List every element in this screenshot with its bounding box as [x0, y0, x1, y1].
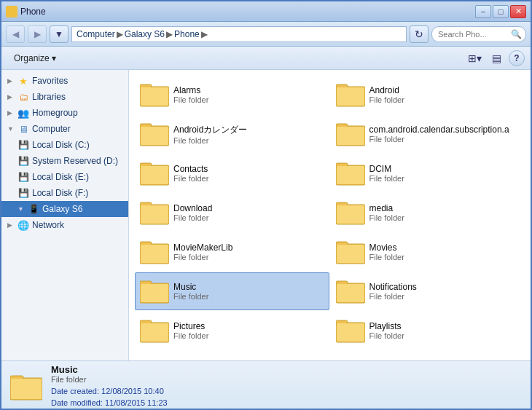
file-name: Contacts [173, 164, 324, 174]
sidebar-item-galaxy-s6[interactable]: ▼ 📱 Galaxy S6 [1, 201, 128, 217]
file-type: File folder [173, 174, 324, 183]
back-button[interactable]: ◀ [6, 25, 25, 43]
disk-icon: 💾 [17, 155, 29, 167]
view-button[interactable]: ⊞ ▾ [465, 50, 484, 66]
file-name: Playlists [369, 321, 520, 331]
file-info: DownloadFile folder [173, 203, 324, 222]
folder-icon [336, 278, 365, 304]
sidebar-item-libraries[interactable]: ▶ 🗂 Libraries [1, 89, 128, 105]
file-item[interactable]: NotificationsFile folder [331, 272, 525, 310]
maximize-button[interactable]: □ [493, 5, 509, 18]
organize-button[interactable]: Organize ▾ [7, 50, 63, 66]
address-bar: ◀ ▶ ▼ Computer ▶ Galaxy S6 ▶ Phone ▶ ↻ 🔍 [1, 22, 531, 47]
date-created-label: Date created: [51, 387, 99, 395]
file-type: File folder [369, 213, 520, 222]
sidebar-item-computer[interactable]: ▼ 🖥 Computer [1, 121, 128, 137]
file-name: com.android.calendar.subscription.a [369, 125, 520, 135]
path-galaxy[interactable]: Galaxy S6 [125, 29, 165, 39]
file-info: MusicFile folder [173, 282, 324, 301]
address-path[interactable]: Computer ▶ Galaxy S6 ▶ Phone ▶ [71, 26, 407, 42]
sidebar-item-homegroup[interactable]: ▶ 👥 Homegroup [1, 105, 128, 121]
file-item[interactable]: PlaylistsFile folder [331, 312, 525, 350]
file-info: com.android.calendar.subscription.aFile … [369, 125, 520, 143]
sidebar-item-local-c[interactable]: 💾 Local Disk (C:) [1, 137, 128, 153]
layout-button[interactable]: ▤ [487, 50, 506, 66]
file-name: Notifications [369, 282, 520, 292]
disk-icon: 💾 [17, 139, 29, 151]
file-item[interactable]: DCIMFile folder [331, 154, 525, 192]
sidebar-label: Homegroup [32, 108, 78, 118]
file-info: DCIMFile folder [369, 164, 520, 183]
status-dates: Date created: 12/08/2015 10:40 Date modi… [51, 385, 522, 409]
refresh-button[interactable]: ↻ [410, 25, 429, 43]
chevron-icon: ▶ [7, 77, 15, 84]
file-type: File folder [173, 136, 324, 145]
close-button[interactable]: ✕ [510, 5, 526, 18]
svg-rect-26 [141, 245, 168, 263]
status-folder-icon [10, 372, 42, 401]
folder-icon [140, 200, 169, 226]
file-name: Androidカレンダー [173, 124, 324, 136]
file-pane-scroll[interactable]: AlarmsFile folder AndroidFile folder And… [129, 70, 531, 360]
file-item[interactable]: MoviesFile folder [331, 233, 525, 271]
svg-rect-17 [337, 166, 364, 184]
dropdown-button[interactable]: ▼ [50, 25, 69, 43]
disk-icon: 💾 [17, 171, 29, 183]
folder-icon [336, 200, 365, 226]
svg-rect-5 [337, 87, 364, 106]
file-item[interactable]: DownloadFile folder [135, 194, 329, 232]
svg-rect-23 [337, 205, 364, 224]
main-area: ▶ ★ Favorites ▶ 🗂 Libraries ▶ 👥 Homegrou… [1, 70, 531, 360]
file-item[interactable]: MusicFile folder [135, 272, 329, 310]
organize-label: Organize [14, 53, 50, 63]
file-type: File folder [369, 292, 520, 301]
file-item[interactable]: PicturesFile folder [135, 312, 329, 350]
sidebar-item-local-f[interactable]: 💾 Local Disk (F:) [1, 185, 128, 201]
svg-rect-44 [11, 379, 42, 399]
folder-icon [336, 318, 365, 344]
file-item[interactable]: com.android.calendar.subscription.aFile … [331, 115, 525, 153]
help-button[interactable]: ? [509, 50, 525, 66]
svg-rect-35 [337, 284, 364, 302]
file-item[interactable]: ContactsFile folder [135, 154, 329, 192]
folder-icon [336, 239, 365, 265]
folder-icon [140, 318, 169, 344]
sidebar-label: Network [32, 220, 64, 230]
svg-rect-14 [141, 166, 168, 184]
chevron-icon: ▼ [17, 205, 25, 213]
file-info: AndroidカレンダーFile folder [173, 124, 324, 145]
view-icon: ⊞ [468, 52, 477, 64]
file-item[interactable]: AndroidカレンダーFile folder [135, 115, 329, 153]
file-name: Music [173, 282, 324, 292]
svg-rect-29 [337, 245, 364, 263]
path-phone[interactable]: Phone [174, 29, 200, 39]
organize-arrow: ▾ [52, 53, 56, 63]
sidebar-item-network[interactable]: ▶ 🌐 Network [1, 217, 128, 233]
file-pane: AlarmsFile folder AndroidFile folder And… [129, 70, 531, 360]
file-info: AndroidFile folder [369, 85, 520, 104]
window-icon [6, 6, 17, 17]
forward-button[interactable]: ▶ [28, 25, 47, 43]
path-computer[interactable]: Computer [77, 29, 115, 39]
sidebar-label: Galaxy S6 [42, 204, 82, 214]
disk-icon: 💾 [17, 187, 29, 199]
file-item[interactable]: mediaFile folder [331, 194, 525, 232]
file-item[interactable]: MovieMakerLibFile folder [135, 233, 329, 271]
status-name: Music [51, 364, 522, 375]
file-item[interactable]: AlarmsFile folder [135, 76, 329, 114]
svg-rect-2 [141, 87, 168, 106]
libraries-icon: 🗂 [17, 91, 29, 103]
window-title: Phone [20, 7, 46, 17]
file-info: PicturesFile folder [173, 321, 324, 340]
sidebar-item-system-d[interactable]: 💾 System Reserved (D:) [1, 153, 128, 169]
homegroup-icon: 👥 [17, 107, 29, 119]
file-item[interactable]: AndroidFile folder [331, 76, 525, 114]
file-type: File folder [173, 95, 324, 104]
title-bar-controls: − □ ✕ [475, 5, 526, 18]
file-info: AlarmsFile folder [173, 85, 324, 104]
sidebar-item-local-e[interactable]: 💾 Local Disk (E:) [1, 169, 128, 185]
minimize-button[interactable]: − [475, 5, 491, 18]
sidebar-item-favorites[interactable]: ▶ ★ Favorites [1, 73, 128, 89]
file-info: MovieMakerLibFile folder [173, 243, 324, 261]
file-name: Pictures [173, 321, 324, 331]
